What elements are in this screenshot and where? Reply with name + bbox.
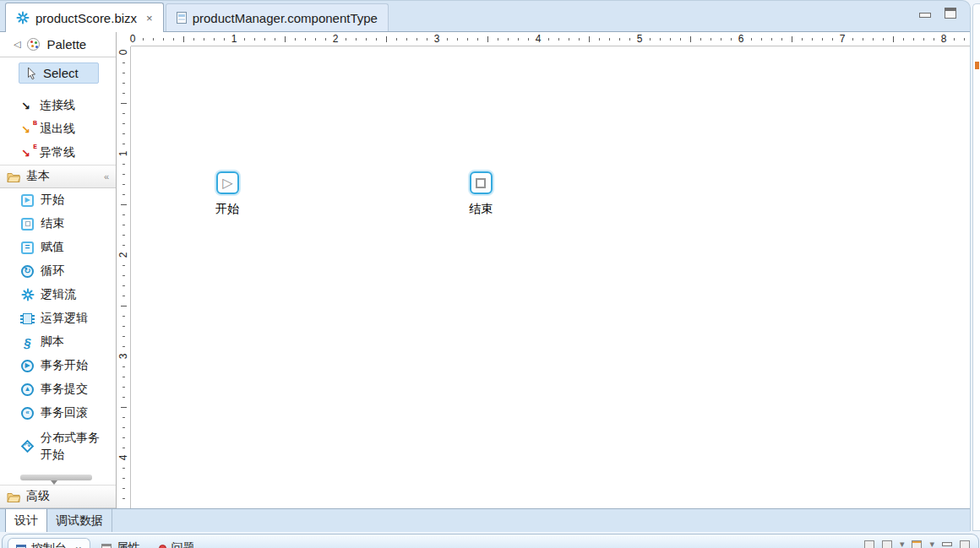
close-icon[interactable]: × [146,12,153,24]
console-icon [16,545,26,548]
close-icon[interactable]: × [75,543,82,548]
tx-commit-icon: ▲ [20,383,35,397]
palette-group-basic[interactable]: 基本 « [0,165,116,188]
palette-item-tx-start[interactable]: ▶ 事务开始 [0,354,116,377]
chip-icon [20,312,35,326]
item-label: 循环 [41,263,64,279]
connection-line-icon: ↘ [21,100,34,111]
palette-group-advanced[interactable]: 高级 [0,485,116,508]
item-label: 开始 [41,193,64,208]
editor-window: productScore.bizx × productManager.compo… [0,0,971,531]
minimize-icon[interactable] [942,542,952,546]
palette-item-tx-rollback[interactable]: « 事务回滚 [0,401,116,425]
tab-console[interactable]: 控制台 × [8,538,90,548]
palette-item-start[interactable]: ▶ 开始 [0,188,116,212]
tab-problems[interactable]: 问题 [151,538,203,548]
ruler-number: 6 [736,33,746,45]
collapsed-view-icon [975,62,979,69]
tab-label: 调试数据 [56,513,103,529]
palette-tool-exit-line[interactable]: ↘B 退出线 [0,117,116,141]
ruler-number: 0 [118,46,128,58]
right-collapsed-panel[interactable] [972,3,980,531]
palette-icon [27,38,40,51]
ruler-number: 3 [432,33,442,45]
dropdown-icon[interactable]: ▾ [900,539,905,548]
vertical-ruler[interactable]: 0 1 2 3 4 [117,46,131,508]
ruler-number: 3 [118,350,128,362]
pin-icon[interactable]: « [104,171,109,182]
tool-label: 异常线 [40,145,75,160]
palette-item-compute-logic[interactable]: 运算逻辑 [0,307,116,330]
open-console-icon[interactable] [912,540,922,548]
tab-label: 设计 [14,513,38,529]
palette-item-end[interactable]: 结束 [0,212,116,236]
editor-body: ◁ Palette Select ↘ 连接线 ↘B [0,32,970,508]
tool-label: 连接线 [40,98,75,113]
palette-item-dtx-start[interactable]: ↷ 分布式事务开始 [0,425,116,468]
palette-select-tool[interactable]: Select [19,62,99,84]
ruler-number: 4 [533,33,543,45]
palette-header[interactable]: ◁ Palette [0,32,116,57]
item-label: 事务开始 [41,358,88,373]
ruler-number: 8 [939,33,949,45]
palette-panel: ◁ Palette Select ↘ 连接线 ↘B [0,32,117,508]
item-label: 逻辑流 [41,287,76,302]
horizontal-ruler[interactable]: 0 1 2 3 4 5 6 7 8 [131,32,970,46]
dropdown-icon[interactable]: ▾ [929,539,934,548]
maximize-icon[interactable] [945,8,956,19]
palette-tool-exception-line[interactable]: ↘E 异常线 [0,141,116,165]
tool-label: 退出线 [40,122,75,137]
node-end[interactable]: 结束 [447,171,514,217]
palette-item-dtx-end[interactable]: ↶ 分布式事务结束 [0,468,116,474]
display-selected-console-icon[interactable] [882,540,892,548]
palette-scroll-down[interactable] [0,474,116,485]
item-label: 事务提交 [41,382,88,397]
assign-icon: = [20,241,35,255]
tab-label: 属性 [117,540,140,548]
tab-productmanager[interactable]: productManager.componentType [166,3,389,31]
minimize-icon[interactable] [919,13,931,18]
palette-item-tx-commit[interactable]: ▲ 事务提交 [0,377,116,401]
problems-icon [159,545,166,548]
ruler-number: 2 [330,33,340,45]
folder-icon [7,491,20,502]
cursor-icon [26,67,37,80]
maximize-icon[interactable] [960,540,970,548]
tab-debug-data[interactable]: 调试数据 [47,509,112,532]
script-icon: § [20,335,35,350]
ruler-number: 7 [837,33,847,45]
item-label: 脚本 [41,334,64,350]
console-toolbar: ▾ ▾ [864,539,970,548]
palette-item-loop[interactable]: ↻ 循环 [0,259,116,283]
palette-item-assign[interactable]: = 赋值 [0,236,116,259]
ruler-number: 1 [118,148,128,160]
editor-bottom-tabbar: 设计 调试数据 [0,508,970,532]
node-start[interactable]: ▷ 开始 [193,171,261,217]
start-node-icon: ▷ [216,171,239,194]
palette-item-logicflow[interactable]: 逻辑流 [0,283,116,307]
group-label: 基本 [26,169,50,184]
item-label: 赋值 [41,240,64,255]
node-label: 开始 [215,202,239,217]
flow-canvas[interactable]: ▷ 开始 结束 [131,46,970,508]
end-icon [20,217,35,231]
tx-rollback-icon: « [20,406,35,420]
exit-line-icon: ↘B [21,124,34,135]
tab-productscore[interactable]: productScore.bizx × [5,3,164,32]
tab-properties[interactable]: 属性 [94,538,148,548]
chevron-left-icon[interactable]: ◁ [14,39,20,50]
tab-design[interactable]: 设计 [5,509,47,532]
ruler-number: 5 [634,33,645,45]
dtx-start-icon: ↷ [20,439,35,453]
logicflow-icon [16,11,30,24]
palette-tool-connection[interactable]: ↘ 连接线 [0,94,116,117]
pin-console-icon[interactable] [864,540,874,548]
exception-line-icon: ↘E [21,148,34,159]
editor-tabbar: productScore.bizx × productManager.compo… [0,1,970,32]
tab-label: 问题 [172,540,195,548]
item-label: 结束 [41,216,64,231]
palette-scroll-area: Select ↘ 连接线 ↘B 退出线 ↘E 异常线 [0,57,116,474]
group-label: 高级 [26,489,50,504]
palette-item-script[interactable]: § 脚本 [0,330,116,354]
palette-title: Palette [46,37,86,52]
